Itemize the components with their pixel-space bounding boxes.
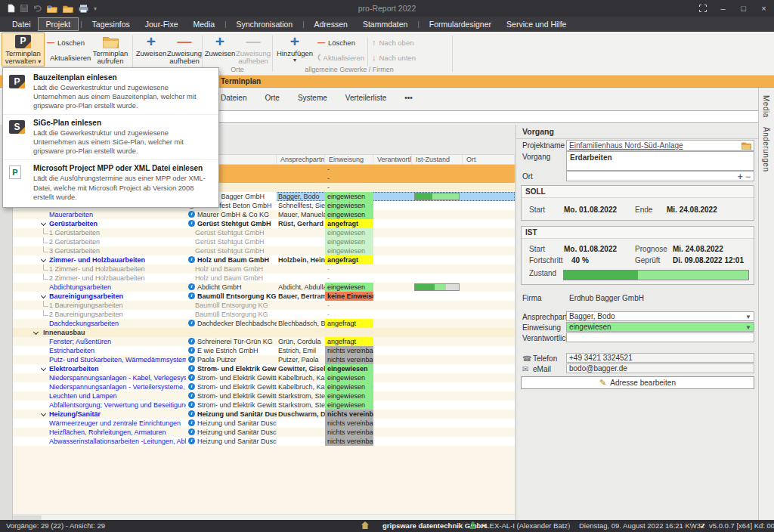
info-icon[interactable]: i	[188, 383, 195, 390]
print-icon[interactable]	[79, 5, 88, 13]
ansprechpartner-select[interactable]: Bagger, Bodo▼	[566, 311, 754, 321]
table-row[interactable]: 1 Zimmer- und HolzbauarbeitenHolz und Ba…	[13, 264, 515, 274]
maximize-icon[interactable]: □	[733, 0, 754, 17]
menu-tab-service-und-hilfe[interactable]: Service und Hilfe	[499, 18, 574, 30]
menu-tab-datei[interactable]: Datei	[5, 18, 39, 30]
adresse-bearbeiten-button[interactable]: ✎ Adresse bearbeiten	[521, 376, 754, 389]
info-icon[interactable]: i	[188, 320, 195, 326]
table-row[interactable]: Niederspannungsanlagen - Kabel, Verleges…	[13, 373, 515, 382]
add-ort-icon[interactable]: +	[738, 172, 743, 182]
terminplan-aktualisieren-button[interactable]: Aktualisieren	[47, 50, 89, 65]
info-icon[interactable]: i	[188, 292, 195, 299]
table-row[interactable]: Putz- und Stuckarbeiten, Wärmedämmsystem…	[13, 355, 515, 364]
table-row[interactable]: BaureinigungsarbeiteniBaumüll Entsorgung…	[13, 292, 515, 301]
nach-oben-button[interactable]: ↑Nach oben	[372, 35, 420, 50]
import-folder-icon[interactable]	[47, 5, 57, 13]
einweisung-select[interactable]: eingewiesen▼	[566, 322, 754, 332]
table-row[interactable]: Abfallentsorgung; Verwertung und Beseiti…	[13, 401, 515, 410]
save-icon[interactable]	[20, 5, 28, 12]
new-document-icon[interactable]	[8, 4, 15, 13]
table-row[interactable]: Niederspannungsanlagen - Verteilersystem…	[13, 382, 515, 391]
subtab-verteilerliste[interactable]: Verteilerliste	[345, 94, 386, 102]
info-icon[interactable]: i	[188, 365, 195, 372]
firma-aktualisieren-button[interactable]: Aktualisieren	[317, 50, 364, 65]
terminplan-aufrufen-button[interactable]: Terminplan aufrufen	[91, 33, 130, 66]
info-icon[interactable]: i	[188, 374, 195, 381]
menu-tab-tagesinfos[interactable]: Tagesinfos	[85, 18, 138, 30]
column-header-5[interactable]: Verantwortli...	[373, 155, 412, 164]
expand-caret-icon[interactable]	[41, 256, 46, 261]
hinzufuegen-button[interactable]: + Hinzufügen ▾	[277, 33, 313, 66]
menu-tab-adressen[interactable]: Adressen	[307, 18, 355, 30]
info-icon[interactable]: i	[188, 211, 195, 218]
firma-loeschen-button[interactable]: —Löschen	[317, 35, 364, 50]
nach-unten-button[interactable]: ↓Nach unten	[372, 50, 420, 65]
dropdown-item[interactable]: PBauzeitenplan einlesenLädt die Gewerkes…	[3, 70, 218, 114]
column-header-7[interactable]: Ort	[463, 155, 515, 164]
table-row[interactable]: 3 GerüstarbeitenGerüst Stehtgut GmbHeing…	[13, 246, 515, 255]
expand-caret-icon[interactable]	[33, 329, 39, 334]
table-row[interactable]: 2 BaureinigungsarbeitenBaumüll Entsorgun…	[13, 310, 515, 319]
table-row[interactable]: ElektroarbeiteniStrom- und Elektrik Gewi…	[13, 364, 515, 373]
horizontal-scrollbar[interactable]	[13, 514, 515, 520]
side-tab-aenderungen[interactable]: Änderungen	[762, 127, 770, 172]
info-icon[interactable]: i	[188, 419, 195, 426]
quick-access-dropdown-icon[interactable]: ▾	[94, 5, 97, 12]
menu-tab-projekt[interactable]: Projekt	[39, 18, 79, 30]
subtab-systeme[interactable]: Systeme	[298, 94, 327, 102]
terminplan-verwalten-button[interactable]: P Terminplan verwalten ▾	[2, 33, 44, 66]
expand-caret-icon[interactable]	[41, 410, 46, 416]
info-icon[interactable]: i	[188, 356, 195, 363]
table-row[interactable]: Fenster; AußentüreniSchreinerei Tür-Grün…	[13, 337, 515, 346]
column-header-3[interactable]: Ansprechpartner	[277, 155, 325, 164]
gewerk-zuweisen-button[interactable]: + Zuweisen	[136, 33, 166, 66]
table-row[interactable]: Heizung/SanitäriHeizung und Sanitär Dusc…	[13, 410, 515, 419]
expand-caret-icon[interactable]	[41, 220, 46, 225]
close-icon[interactable]: ×	[754, 0, 774, 17]
table-row[interactable]: 1 BaureinigungsarbeitenBaumüll Entsorgun…	[13, 301, 515, 310]
table-row[interactable]: Zimmer- und HolzbauarbeiteniHolz und Bau…	[13, 255, 515, 264]
info-icon[interactable]: i	[188, 428, 195, 435]
terminplan-loeschen-button[interactable]: —Löschen	[47, 35, 89, 50]
table-row[interactable]: Heizflächen, Rohrleitungen, ArmatureniHe…	[13, 428, 515, 437]
table-row[interactable]: Abwasserinstallationsarbeiten -Leitungen…	[13, 437, 515, 446]
column-header-6[interactable]: Ist-Zustand	[412, 155, 463, 164]
gewerk-zuweisung-aufheben-button[interactable]: — Zuweisung aufheben	[167, 33, 202, 66]
table-row[interactable]: EstricharbeiteniE wie Estrich GmbHEstric…	[13, 346, 515, 355]
subtab--[interactable]: •••	[404, 94, 413, 102]
subtab-orte[interactable]: Orte	[265, 94, 279, 102]
table-row[interactable]: Wärmeerzeuger und zentrale Einrichtungen…	[13, 419, 515, 428]
menu-tab-media[interactable]: Media	[186, 18, 223, 30]
expand-caret-icon[interactable]	[41, 365, 46, 370]
side-tab-media[interactable]: Media	[762, 95, 770, 118]
info-icon[interactable]: i	[188, 220, 195, 227]
table-row[interactable]: 1 GerüstarbeitenGerüst Stehtgut GmbHeing…	[13, 228, 515, 237]
info-icon[interactable]: i	[188, 401, 195, 408]
column-header-4[interactable]: Einweisung	[325, 155, 373, 164]
open-folder-icon[interactable]	[63, 5, 73, 13]
table-row[interactable]: DachdeckungsarbeiteniDachdecker Blechbad…	[13, 319, 515, 328]
remove-ort-icon[interactable]: −	[745, 172, 751, 182]
email-field[interactable]: bodo@bagger.de	[566, 363, 754, 373]
table-row[interactable]: 2 GerüstarbeitenGerüst Stehtgut GmbHeing…	[13, 237, 515, 246]
undo-icon[interactable]	[33, 5, 42, 12]
fullscreen-icon[interactable]	[692, 0, 713, 17]
info-icon[interactable]: i	[188, 347, 195, 354]
info-icon[interactable]: i	[188, 392, 195, 399]
subtab-dateien[interactable]: Dateien	[221, 94, 246, 102]
expand-caret-icon[interactable]	[41, 292, 46, 298]
ort-zuweisen-button[interactable]: + Zuweisen	[205, 33, 235, 66]
ort-zuweisung-aufheben-button[interactable]: — Zuweisung aufheben	[236, 33, 271, 66]
menu-tab-stammdaten[interactable]: Stammdaten	[355, 18, 416, 30]
projektname-field[interactable]: Einfamilienhaus Nord-Süd-Anlage	[566, 140, 754, 151]
menu-tab-formulardesigner[interactable]: Formulardesigner	[422, 18, 499, 30]
verantwortlich-input[interactable]	[566, 332, 754, 342]
table-row[interactable]: AbdichtungsarbeiteniAbdicht GmbHAbdicht,…	[13, 283, 515, 292]
info-icon[interactable]: i	[188, 338, 195, 345]
dropdown-item[interactable]: PMicrosoft Project MPP oder XML Datei ei…	[3, 159, 218, 205]
projektname-link[interactable]: Einfamilienhaus Nord-Süd-Anlage	[567, 141, 686, 150]
info-icon[interactable]: i	[188, 283, 195, 290]
table-row[interactable]: Innenausbau	[13, 328, 515, 337]
info-icon[interactable]: i	[188, 410, 195, 417]
table-row[interactable]: 2 Zimmer- und HolzbauarbeitenHolz und Ba…	[13, 274, 515, 283]
